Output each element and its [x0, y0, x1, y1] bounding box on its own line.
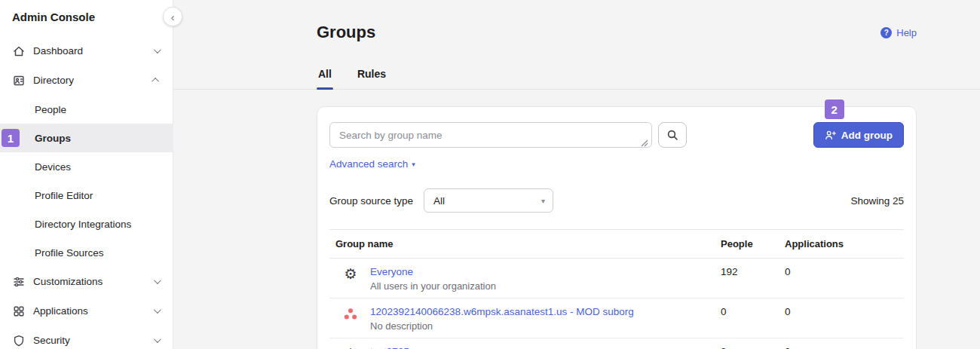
- caret-down-icon: ▾: [541, 197, 545, 205]
- column-applications: Applications: [785, 238, 904, 250]
- search-button[interactable]: [658, 122, 687, 148]
- group-link[interactable]: test0725: [370, 345, 409, 349]
- group-text: Everyone All users in your organization: [370, 265, 496, 292]
- sidebar-subitem-label: Directory Integrations: [35, 219, 131, 230]
- sidebar-item-label: Applications: [33, 305, 88, 317]
- tabs: All Rules: [317, 62, 980, 89]
- admin-console-app: Admin Console ‹ Dashboard Directory Peop…: [0, 0, 980, 349]
- add-group-wrap: 2 Add group: [813, 122, 904, 148]
- sidebar-item-profile-sources[interactable]: Profile Sources: [0, 238, 173, 267]
- chevron-down-icon: [154, 277, 161, 284]
- group-description: No description: [370, 320, 634, 332]
- sidebar-subitem-label: Devices: [35, 161, 71, 173]
- people-count: 192: [721, 265, 785, 292]
- annotation-badge-2: 2: [825, 99, 844, 119]
- groups-card: 2 Add group Advanced search ▾ Group sour: [317, 106, 917, 349]
- group-text: 1202392140066238.w6mpsk.asanatest1.us - …: [370, 305, 634, 332]
- tab-all[interactable]: All: [317, 62, 333, 89]
- group-cell: ⚙ test0725 No description: [329, 344, 721, 349]
- sidebar-subitem-label: Groups: [35, 133, 71, 144]
- search-row: 2 Add group: [329, 122, 904, 148]
- chevron-down-icon: [154, 46, 161, 54]
- add-group-label: Add group: [841, 130, 893, 141]
- caret-down-icon: ▾: [412, 161, 415, 168]
- sidebar-item-label: Security: [33, 335, 70, 346]
- asana-icon: [335, 305, 366, 322]
- people-count: 0: [721, 344, 785, 349]
- home-icon: [12, 44, 25, 57]
- search-icon: [666, 129, 678, 141]
- table-row: ⚙ test0725 No description 0 0: [329, 338, 904, 349]
- sidebar-item-customizations[interactable]: Customizations: [0, 267, 173, 296]
- group-link[interactable]: 1202392140066238.w6mpsk.asanatest1.us - …: [370, 305, 634, 317]
- applications-count: 0: [785, 305, 904, 332]
- chevron-down-icon: [154, 306, 161, 314]
- sidebar-nav: Dashboard Directory People 1 Groups Devi…: [0, 31, 173, 349]
- sidebar-item-security[interactable]: Security: [0, 326, 173, 349]
- column-people: People: [721, 238, 785, 250]
- app-title: Admin Console: [0, 0, 173, 31]
- advanced-search-row: Advanced search ▾: [329, 157, 904, 170]
- chevron-down-icon: [154, 335, 161, 343]
- shield-icon: [12, 334, 25, 347]
- sidebar-subitem-label: Profile Sources: [35, 247, 104, 259]
- group-link[interactable]: Everyone: [370, 265, 413, 277]
- sidebar-subitem-label: People: [35, 104, 66, 115]
- okta-group-icon: ⚙: [335, 265, 366, 281]
- help-link-label: Help: [896, 27, 917, 38]
- add-group-button[interactable]: Add group: [813, 122, 904, 148]
- sidebar-collapse-button[interactable]: ‹: [163, 7, 182, 26]
- sidebar-item-label: Dashboard: [33, 45, 83, 57]
- showing-count: Showing 25: [850, 195, 904, 207]
- apps-grid-icon: [12, 305, 25, 317]
- sidebar-item-devices[interactable]: Devices: [0, 152, 173, 181]
- sidebar: Admin Console ‹ Dashboard Directory Peop…: [0, 0, 173, 349]
- group-description: All users in your organization: [370, 280, 496, 292]
- table-header: Group name People Applications: [329, 229, 904, 259]
- help-icon: ?: [880, 27, 892, 38]
- applications-count: 0: [785, 344, 904, 349]
- sidebar-item-groups[interactable]: 1 Groups: [0, 124, 173, 152]
- column-group-name: Group name: [329, 238, 721, 250]
- applications-count: 0: [785, 265, 904, 292]
- table-row: 1202392140066238.w6mpsk.asanatest1.us - …: [329, 298, 904, 338]
- sidebar-item-profile-editor[interactable]: Profile Editor: [0, 181, 173, 210]
- resize-grip-icon[interactable]: [641, 136, 648, 144]
- chevron-up-icon: [152, 78, 159, 85]
- tabs-strip: All Rules: [173, 62, 980, 90]
- sliders-icon: [12, 275, 25, 288]
- sidebar-item-applications[interactable]: Applications: [0, 296, 173, 326]
- page-header: Groups ? Help: [317, 23, 917, 42]
- help-link[interactable]: ? Help: [880, 27, 917, 38]
- search-box: [329, 122, 652, 148]
- groups-table: Group name People Applications ⚙ Everyon…: [329, 229, 904, 349]
- main-content: Groups ? Help All Rules: [173, 0, 980, 349]
- sidebar-item-dashboard[interactable]: Dashboard: [0, 36, 173, 66]
- group-text: test0725 No description: [370, 344, 433, 349]
- advanced-search-link[interactable]: Advanced search ▾: [329, 158, 415, 170]
- sidebar-item-directory-integrations[interactable]: Directory Integrations: [0, 210, 173, 238]
- sidebar-subitem-label: Profile Editor: [35, 190, 93, 201]
- search-input[interactable]: [329, 122, 652, 148]
- select-value: All: [433, 195, 445, 207]
- directory-icon: [12, 74, 25, 87]
- people-count: 0: [721, 305, 785, 332]
- okta-group-icon: ⚙: [335, 344, 366, 349]
- group-cell: ⚙ Everyone All users in your organizatio…: [329, 265, 721, 292]
- sidebar-item-people[interactable]: People: [0, 95, 173, 124]
- add-person-icon: [825, 130, 836, 141]
- page-title: Groups: [317, 23, 375, 42]
- group-cell: 1202392140066238.w6mpsk.asanatest1.us - …: [329, 305, 721, 332]
- chevron-left-icon: ‹: [171, 11, 175, 23]
- sidebar-item-label: Customizations: [33, 276, 103, 287]
- table-row: ⚙ Everyone All users in your organizatio…: [329, 259, 904, 298]
- group-source-type-select[interactable]: All ▾: [424, 188, 553, 213]
- filter-row: Group source type All ▾ Showing 25: [329, 188, 904, 213]
- sidebar-item-directory[interactable]: Directory: [0, 66, 173, 95]
- annotation-badge-1: 1: [2, 129, 20, 147]
- sidebar-item-label: Directory: [33, 75, 74, 86]
- group-source-type-label: Group source type: [329, 195, 413, 207]
- advanced-search-label: Advanced search: [329, 158, 408, 170]
- tab-rules[interactable]: Rules: [356, 62, 387, 89]
